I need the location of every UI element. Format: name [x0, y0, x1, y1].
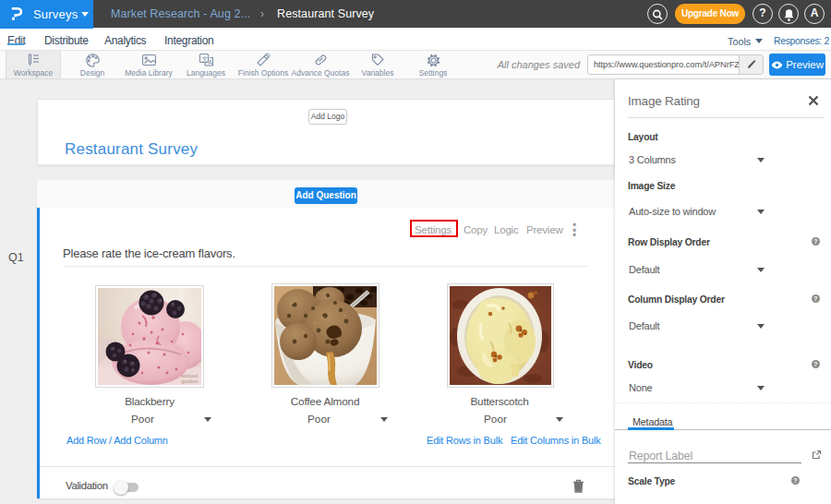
svg-text:文: 文 [201, 55, 208, 62]
svg-text:A: A [209, 59, 213, 66]
svg-text:goodies: goodies [181, 378, 198, 384]
